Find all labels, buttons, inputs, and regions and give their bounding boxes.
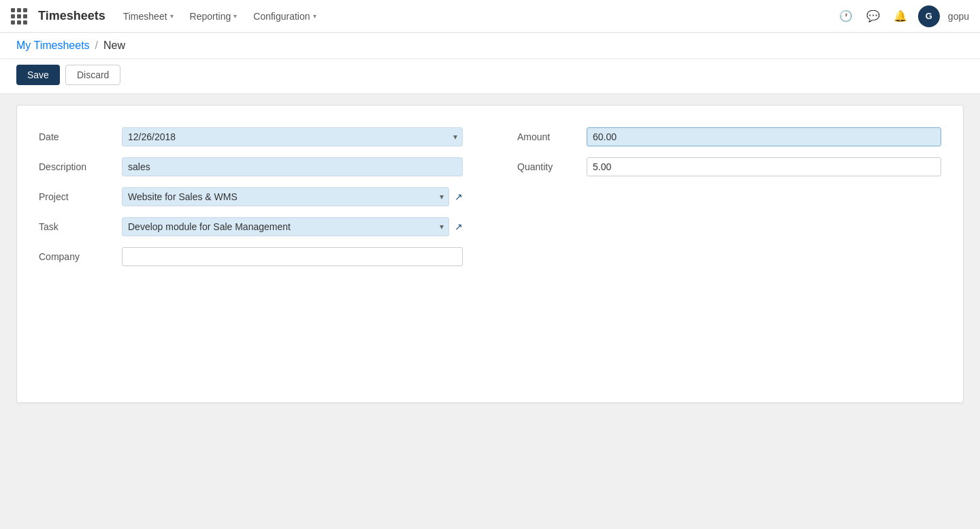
project-select-wrapper: Website for Sales & WMS bbox=[122, 187, 449, 206]
form-left-section: Date 12/26/2018 Description bbox=[39, 127, 463, 266]
nav-timesheet-label: Timesheet bbox=[123, 11, 167, 22]
description-label: Description bbox=[39, 161, 114, 172]
task-row: Task Develop module for Sale Management … bbox=[39, 217, 463, 236]
topnav-right: 🕐 💬 🔔 G gopu bbox=[836, 5, 969, 27]
company-control-wrap bbox=[122, 247, 463, 266]
breadcrumb-parent[interactable]: My Timesheets bbox=[16, 39, 90, 52]
description-control-wrap bbox=[122, 157, 463, 176]
form-right-section: Amount Quantity bbox=[517, 127, 941, 266]
project-control-wrap: Website for Sales & WMS ↗ bbox=[122, 187, 463, 206]
date-select-wrapper: 12/26/2018 bbox=[122, 127, 463, 146]
task-select[interactable]: Develop module for Sale Management bbox=[122, 217, 449, 236]
date-row: Date 12/26/2018 bbox=[39, 127, 463, 146]
form-grid: Date 12/26/2018 Description bbox=[39, 127, 941, 266]
chat-icon[interactable]: 💬 bbox=[864, 7, 883, 26]
company-label: Company bbox=[39, 251, 114, 262]
amount-label: Amount bbox=[517, 131, 578, 142]
nav-item-configuration[interactable]: Configuration ▾ bbox=[246, 7, 323, 26]
amount-input[interactable] bbox=[587, 127, 941, 146]
nav-reporting-label: Reporting bbox=[190, 11, 231, 22]
discard-button[interactable]: Discard bbox=[65, 65, 120, 85]
task-external-link-icon[interactable]: ↗ bbox=[455, 221, 463, 232]
description-row: Description bbox=[39, 157, 463, 176]
nav-menu: Timesheet ▾ Reporting ▾ Configuration ▾ bbox=[116, 7, 323, 26]
form-card: Date 12/26/2018 Description bbox=[16, 105, 964, 403]
date-select[interactable]: 12/26/2018 bbox=[122, 127, 463, 146]
project-row: Project Website for Sales & WMS ↗ bbox=[39, 187, 463, 206]
app-title: Timesheets bbox=[38, 9, 105, 23]
topnav-left: Timesheets Timesheet ▾ Reporting ▾ Confi… bbox=[11, 7, 836, 26]
breadcrumb: My Timesheets / New bbox=[0, 33, 980, 59]
amount-control-wrap bbox=[587, 127, 941, 146]
nav-configuration-label: Configuration bbox=[253, 11, 310, 22]
clock-icon[interactable]: 🕐 bbox=[836, 7, 855, 26]
avatar[interactable]: G bbox=[918, 5, 940, 27]
task-control-wrap: Develop module for Sale Management ↗ bbox=[122, 217, 463, 236]
amount-row: Amount bbox=[517, 127, 941, 146]
project-label: Project bbox=[39, 191, 114, 202]
topnav: Timesheets Timesheet ▾ Reporting ▾ Confi… bbox=[0, 0, 980, 33]
chevron-down-icon: ▾ bbox=[313, 12, 316, 20]
main-content: Date 12/26/2018 Description bbox=[0, 94, 980, 414]
action-bar: Save Discard bbox=[0, 59, 980, 93]
quantity-input[interactable] bbox=[587, 157, 941, 176]
project-select[interactable]: Website for Sales & WMS bbox=[122, 187, 449, 206]
task-label: Task bbox=[39, 221, 114, 232]
description-input[interactable] bbox=[122, 157, 463, 176]
bell-icon[interactable]: 🔔 bbox=[891, 7, 910, 26]
company-input[interactable] bbox=[122, 247, 463, 266]
quantity-label: Quantity bbox=[517, 161, 578, 172]
company-row: Company bbox=[39, 247, 463, 266]
chevron-down-icon: ▾ bbox=[233, 12, 237, 20]
quantity-row: Quantity bbox=[517, 157, 941, 176]
project-external-link-icon[interactable]: ↗ bbox=[455, 191, 463, 202]
nav-item-timesheet[interactable]: Timesheet ▾ bbox=[116, 7, 180, 26]
save-button[interactable]: Save bbox=[16, 65, 60, 85]
user-label[interactable]: gopu bbox=[948, 11, 969, 22]
breadcrumb-separator: / bbox=[95, 39, 98, 52]
breadcrumb-current: New bbox=[103, 39, 125, 52]
quantity-control-wrap bbox=[587, 157, 941, 176]
task-select-wrapper: Develop module for Sale Management bbox=[122, 217, 449, 236]
apps-icon[interactable] bbox=[11, 8, 27, 25]
date-control-wrap: 12/26/2018 bbox=[122, 127, 463, 146]
date-label: Date bbox=[39, 131, 114, 142]
nav-item-reporting[interactable]: Reporting ▾ bbox=[183, 7, 244, 26]
chevron-down-icon: ▾ bbox=[170, 12, 174, 20]
